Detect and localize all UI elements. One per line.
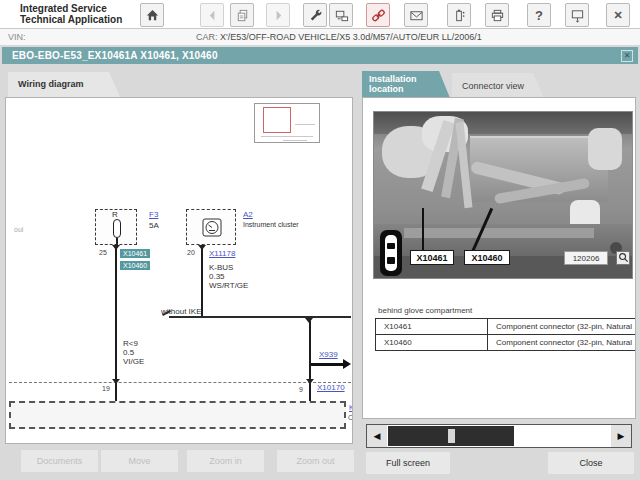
- app-title-line1: Integrated Service: [20, 3, 122, 14]
- measuring-devices-button[interactable]: [329, 3, 353, 27]
- devices-icon: [334, 8, 349, 23]
- wrench-icon: [308, 8, 323, 23]
- tab-installation-label: Installation location: [369, 74, 417, 94]
- fuse-component-box[interactable]: R: [95, 209, 137, 245]
- highlighted-connector-x10460[interactable]: X10460: [120, 261, 150, 270]
- car-line: CAR: X'/E53/OFF-ROAD VEHICLE/X5 3.0d/M57…: [196, 32, 482, 42]
- vin-bar: VIN: CAR: X'/E53/OFF-ROAD VEHICLE/X5 3.0…: [0, 29, 640, 46]
- bottom-right-pin: 9: [299, 386, 303, 393]
- tab-installation-location[interactable]: Installation location: [362, 71, 450, 98]
- highlighted-connector-x10461[interactable]: X10461: [120, 249, 150, 258]
- fuse-pin-number: 25: [99, 249, 107, 256]
- connector-arrow: [306, 379, 314, 384]
- fuse-lead: [116, 238, 118, 245]
- scrollbar-grip: [448, 429, 455, 443]
- minimap-sketch-line: [283, 140, 307, 141]
- overview-minimap[interactable]: [254, 103, 320, 143]
- module-boundary-line: [9, 382, 351, 383]
- module-caption: Coi: [348, 414, 353, 421]
- home-button[interactable]: [140, 3, 164, 27]
- documents-label: Documents: [37, 456, 83, 466]
- scrollbar-thumb[interactable]: [388, 426, 514, 446]
- full-screen-label: Full screen: [386, 458, 430, 468]
- installation-photo[interactable]: X10461 X10460 120206: [373, 111, 633, 279]
- connector-id-cell: X10461: [376, 319, 488, 334]
- photo-label-x10460: X10460: [464, 250, 510, 265]
- close-icon: ✕: [613, 10, 622, 21]
- connector-arrow: [198, 245, 206, 250]
- fuse-wire: [115, 245, 117, 415]
- scroll-left-button[interactable]: ◀: [367, 425, 387, 447]
- connector-arrow: [112, 245, 120, 250]
- close-app-button[interactable]: ✕: [606, 3, 630, 27]
- zoom-out-button[interactable]: Zoom out: [277, 450, 354, 472]
- vin-label: VIN:: [8, 32, 26, 42]
- connector-desc-cell: Component connector (32-pin, Natural: [488, 319, 636, 334]
- fuse-symbol-label: R: [112, 210, 118, 219]
- location-caption: behind glove compartment: [378, 306, 472, 315]
- fuse-wire-spec: R<9 0.5 VI/GE: [123, 339, 144, 366]
- connector-desc-cell: Component connector (32-pin, Natural: [488, 335, 636, 350]
- kbus-wire-spec: K-BUS 0.35 WS/RT/GE: [209, 263, 248, 290]
- minimap-viewport-rect[interactable]: [263, 107, 291, 133]
- document-close-icon[interactable]: ✕: [621, 50, 633, 62]
- horizontal-scrollbar[interactable]: ◀ ▶: [366, 424, 632, 448]
- zoom-in-label: Zoom in: [209, 456, 242, 466]
- close-button[interactable]: Close: [548, 452, 634, 474]
- bus-size: 0.35: [209, 272, 248, 281]
- app-title: Integrated Service Technical Application: [20, 3, 122, 25]
- connector-table: X10461 Component connector (32-pin, Natu…: [375, 318, 636, 351]
- wire-name: R<9: [123, 339, 144, 348]
- minimap-sketch-line: [261, 136, 313, 137]
- wire-size: 0.5: [123, 348, 144, 357]
- full-screen-button[interactable]: Full screen: [366, 452, 450, 474]
- move-label: Move: [128, 456, 150, 466]
- voltage-button[interactable]: [447, 3, 471, 27]
- bottom-connector-link[interactable]: X10170: [317, 383, 345, 392]
- connection-status-button[interactable]: [366, 3, 390, 27]
- wire-color: VI/GE: [123, 357, 144, 366]
- tab-connector-view[interactable]: Connector view: [452, 73, 544, 98]
- cluster-connector-link[interactable]: X11178: [209, 249, 235, 258]
- minimap-sketch-line: [295, 124, 315, 125]
- messages-button[interactable]: [404, 3, 428, 27]
- workshop-documents-button[interactable]: [230, 3, 254, 27]
- service-functions-button[interactable]: [303, 3, 327, 27]
- tab-wiring-diagram[interactable]: Wiring diagram: [8, 72, 120, 97]
- minimize-display-button[interactable]: [565, 3, 589, 27]
- module-id-link[interactable]: K15: [349, 404, 353, 411]
- document-title-bar: EBO-EBO-E53_EX10461A X10461, X10460 ✕: [2, 47, 638, 64]
- help-button[interactable]: ?: [527, 3, 551, 27]
- branch-connector-link[interactable]: X939: [319, 350, 338, 359]
- connection-link-icon: [371, 8, 386, 23]
- printer-icon: [490, 8, 505, 23]
- move-button[interactable]: Move: [101, 450, 178, 472]
- forward-arrow-icon: [271, 8, 286, 23]
- back-button[interactable]: [200, 3, 224, 27]
- close-label: Close: [579, 458, 602, 468]
- fuse-id-link[interactable]: F3: [149, 210, 158, 219]
- print-button[interactable]: [485, 3, 509, 27]
- car-value: X'/E53/OFF-ROAD VEHICLE/X5 3.0d/M57/AUTO…: [220, 32, 482, 42]
- bus-line: [169, 316, 351, 318]
- wiring-diagram-panel[interactable]: oul R F3 5A A2 Instrument cluster 25 X10…: [5, 97, 353, 444]
- magnifier-icon: [618, 249, 629, 267]
- app-title-line2: Technical Application: [20, 14, 122, 25]
- magnifier-button[interactable]: [616, 251, 630, 265]
- cluster-component-box[interactable]: [186, 209, 236, 245]
- table-row[interactable]: X10460 Component connector (32-pin, Natu…: [376, 335, 636, 351]
- table-row[interactable]: X10461 Component connector (32-pin, Natu…: [376, 319, 636, 335]
- documents-button[interactable]: Documents: [21, 450, 98, 472]
- photo-highlight: [588, 128, 622, 170]
- help-icon: ?: [535, 9, 543, 22]
- cluster-name: Instrument cluster: [243, 221, 299, 228]
- installation-location-panel: X10461 X10460 120206 behind glove compar…: [362, 97, 636, 419]
- zoom-in-button[interactable]: Zoom in: [187, 450, 264, 472]
- cluster-id-link[interactable]: A2: [243, 210, 253, 219]
- cluster-pin-number: 20: [187, 249, 195, 256]
- scroll-right-icon: ▶: [618, 431, 625, 441]
- forward-button[interactable]: [266, 3, 290, 27]
- scroll-right-button[interactable]: ▶: [611, 425, 631, 447]
- control-module-box[interactable]: [9, 401, 346, 429]
- fuse-symbol: [113, 219, 121, 238]
